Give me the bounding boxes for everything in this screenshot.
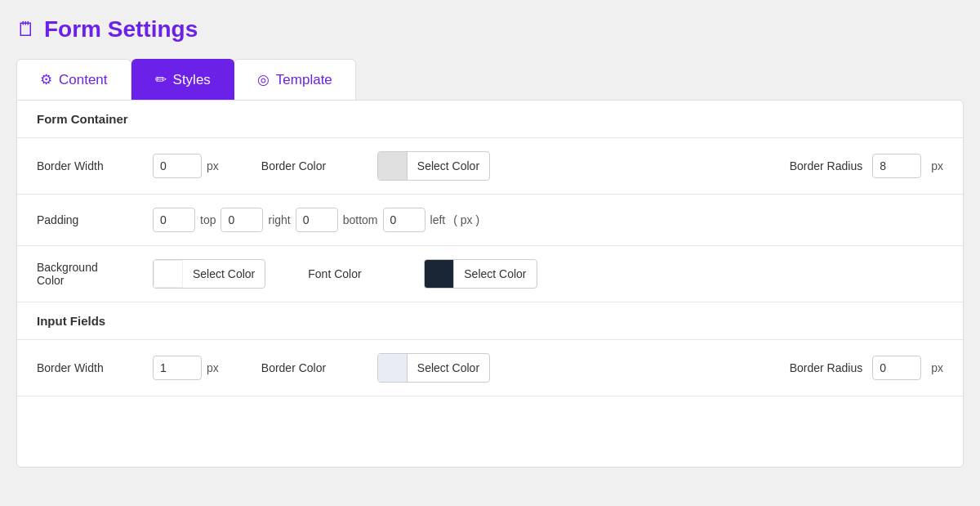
border-color-label: Border Color [261,159,368,172]
tab-styles[interactable]: ✏ Styles [131,59,234,100]
tab-template[interactable]: ◎ Template [234,59,356,100]
input-border-width-group: px [153,356,219,380]
border-color-swatch [378,152,408,180]
form-container-header: Form Container [17,101,963,138]
background-color-btn[interactable]: Select Color [153,259,265,289]
border-radius-unit: px [931,159,943,172]
styles-tab-icon: ✏ [155,71,167,88]
border-width-label: Border Width [37,159,143,172]
padding-top-unit: top [200,213,216,226]
padding-bottom-unit: bottom [343,213,378,226]
input-border-width-label: Border Width [37,361,143,374]
form-container-border-color-btn[interactable]: Select Color [377,151,490,181]
form-container-border-row: Border Width px Border Color Select Colo… [17,138,963,195]
template-tab-label: Template [276,72,332,88]
padding-right-input[interactable] [220,208,263,232]
input-border-radius-unit: px [931,361,943,374]
padding-top-input[interactable] [153,208,195,232]
padding-left-input[interactable] [383,208,425,232]
border-width-input-group: px [153,154,219,178]
content-tab-label: Content [59,72,108,88]
input-border-color-label: Border Color [261,361,368,374]
padding-bottom-input[interactable] [296,208,338,232]
padding-left-unit: left [430,213,446,226]
padding-group: top right bottom left ( px ) [153,208,479,232]
page-header: 🗒 Form Settings [16,16,964,43]
input-border-radius-group: Border Radius px [790,356,943,380]
styles-tab-label: Styles [173,72,211,88]
input-border-radius-label: Border Radius [790,361,863,374]
input-fields-border-row: Border Width px Border Color Select Colo… [17,340,963,396]
page-title: Form Settings [44,16,198,43]
font-color-swatch [425,260,454,288]
content-area: Form Container Border Width px Border Co… [16,100,964,468]
input-border-radius-input[interactable] [872,356,921,380]
form-settings-icon: 🗒 [16,18,36,41]
input-border-width-input[interactable] [153,356,202,380]
padding-row: Padding top right bottom left ( px ) [17,195,963,246]
border-width-unit: px [207,159,219,172]
font-color-label: Font Color [308,267,414,280]
input-border-color-select-text: Select Color [408,356,489,379]
background-color-swatch [154,260,183,288]
input-fields-header: Input Fields [17,302,963,340]
input-border-color-btn[interactable]: Select Color [377,353,490,383]
template-tab-icon: ◎ [257,71,270,88]
tab-content[interactable]: ⚙ Content [16,59,131,100]
border-radius-group: Border Radius px [790,154,943,178]
form-container-border-radius-input[interactable] [872,154,921,178]
content-tab-icon: ⚙ [40,71,52,88]
input-border-color-swatch [378,354,408,382]
background-color-select-text: Select Color [183,262,265,285]
padding-label: Padding [37,213,143,226]
border-radius-label: Border Radius [790,159,863,172]
tabs-bar: ⚙ Content ✏ Styles ◎ Template [16,59,964,100]
font-color-select-text: Select Color [454,262,536,285]
input-border-width-unit: px [207,361,219,374]
padding-px-unit: ( px ) [453,213,479,226]
font-color-btn[interactable]: Select Color [424,259,537,289]
background-color-label: BackgroundColor [37,261,143,287]
border-width-input[interactable] [153,154,202,178]
border-color-select-text: Select Color [408,154,489,177]
padding-right-unit: right [268,213,290,226]
color-row: BackgroundColor Select Color Font Color … [17,246,963,302]
